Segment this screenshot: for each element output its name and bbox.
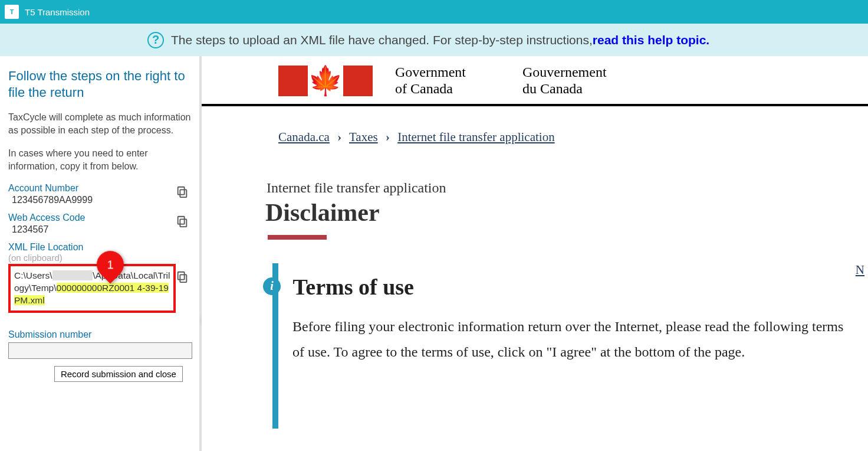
canada-flag-left bbox=[278, 66, 308, 96]
terms-section: i Terms of use Before filing your electr… bbox=[202, 240, 868, 429]
title-underline bbox=[268, 235, 327, 240]
copy-icon[interactable] bbox=[176, 185, 189, 198]
maple-leaf-icon: 🍁 bbox=[308, 67, 343, 95]
svg-rect-1 bbox=[178, 187, 185, 195]
sidebar: Follow the steps on the right to file th… bbox=[0, 56, 202, 451]
svg-rect-5 bbox=[178, 272, 185, 280]
svg-rect-4 bbox=[180, 275, 186, 283]
chevron-right-icon: › bbox=[337, 130, 341, 144]
help-topic-link[interactable]: read this help topic. bbox=[593, 33, 709, 47]
svg-rect-0 bbox=[180, 190, 186, 198]
svg-rect-3 bbox=[178, 217, 185, 224]
sidebar-para-1: TaxCycle will complete as much informati… bbox=[8, 111, 191, 136]
crumb-canada[interactable]: Canada.ca bbox=[278, 130, 330, 144]
canada-flag-right bbox=[343, 66, 373, 96]
copy-icon[interactable] bbox=[176, 215, 189, 228]
web-access-code-value: 1234567 bbox=[8, 224, 176, 235]
copy-icon[interactable] bbox=[176, 270, 189, 283]
terms-heading: Terms of use bbox=[292, 274, 413, 299]
xml-file-location-label: XML File Location bbox=[8, 242, 176, 253]
browser-content: 🍁 Governmentof Canada Gouvernementdu Can… bbox=[202, 56, 868, 451]
chevron-right-icon: › bbox=[386, 130, 390, 144]
crumb-app[interactable]: Internet file transfer application bbox=[397, 130, 554, 144]
submission-number-label: Submission number bbox=[8, 329, 191, 340]
sidebar-para-2: In cases where you need to enter informa… bbox=[8, 147, 191, 172]
clipboard-note: (on clipboard) bbox=[8, 253, 176, 263]
gov-fr: Gouvernementdu Canada bbox=[522, 64, 607, 97]
page-subheading: Internet file transfer application bbox=[202, 145, 868, 196]
xml-path-prefix: C:\Users\ bbox=[14, 270, 52, 280]
title-bar: T T5 Transmission bbox=[0, 0, 868, 24]
account-number-label: Account Number bbox=[8, 183, 176, 194]
page-title: Disclaimer bbox=[202, 198, 868, 227]
window-title: T5 Transmission bbox=[25, 7, 90, 17]
info-bar-text: The steps to upload an XML file have cha… bbox=[171, 33, 593, 47]
terms-paragraph: Before filing your electronic informatio… bbox=[292, 314, 859, 365]
canada-flag-center: 🍁 bbox=[310, 66, 341, 96]
truncated-link[interactable]: N bbox=[856, 263, 864, 277]
gov-canada-header: 🍁 Governmentof Canada Gouvernementdu Can… bbox=[202, 56, 868, 106]
crumb-taxes[interactable]: Taxes bbox=[349, 130, 378, 144]
svg-rect-2 bbox=[180, 220, 186, 227]
breadcrumb: Canada.ca › Taxes › Internet file transf… bbox=[202, 106, 868, 145]
info-icon: i bbox=[263, 277, 281, 295]
submission-number-input[interactable] bbox=[8, 342, 192, 359]
help-icon[interactable]: ? bbox=[147, 32, 164, 48]
xml-path-user-redacted bbox=[52, 270, 93, 280]
xml-file-path: C:\Users\ \AppData\Local\Trilogy\Temp\00… bbox=[8, 264, 176, 313]
app-icon: T bbox=[5, 5, 19, 19]
account-number-value: 123456789AA9999 bbox=[8, 195, 176, 205]
web-access-code-label: Web Access Code bbox=[8, 213, 176, 223]
record-submission-button[interactable]: Record submission and close bbox=[54, 366, 183, 382]
sidebar-heading: Follow the steps on the right to file th… bbox=[8, 68, 191, 100]
info-bar: ? The steps to upload an XML file have c… bbox=[0, 24, 868, 56]
gov-en: Governmentof Canada bbox=[395, 64, 466, 97]
